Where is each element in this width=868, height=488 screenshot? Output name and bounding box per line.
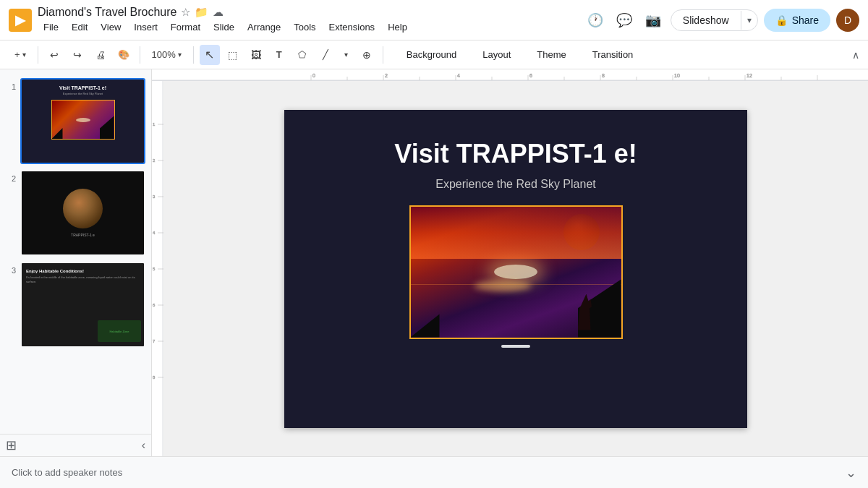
planet-image <box>63 189 103 228</box>
svg-text:12: 12 <box>746 73 752 78</box>
svg-text:2: 2 <box>385 73 388 78</box>
toolbar-divider-4 <box>383 46 383 64</box>
canvas-title: Visit TRAPPIST-1 e! <box>394 139 637 169</box>
slide1-bg <box>52 100 114 139</box>
habitable-zone-label: Habitable Zone <box>109 330 129 333</box>
title-bar: ▶ Diamond's Travel Brochure ☆ 📁 ☁ File E… <box>0 0 868 40</box>
menu-format[interactable]: Format <box>165 20 206 34</box>
select-tool[interactable]: ↖ <box>200 45 220 65</box>
new-dropdown-icon: ▾ <box>22 51 26 59</box>
menu-tools[interactable]: Tools <box>288 20 321 34</box>
slide1-subtitle: Experience the Red Sky Planet <box>63 92 103 95</box>
title-section: Diamond's Travel Brochure ☆ 📁 ☁ File Edi… <box>38 6 578 34</box>
svg-text:4: 4 <box>457 73 460 78</box>
silhouette-right <box>100 114 114 139</box>
menu-insert[interactable]: Insert <box>128 20 163 34</box>
line-tool[interactable]: ╱ <box>315 45 336 65</box>
shape2-tool[interactable]: ⬠ <box>292 45 312 65</box>
zoom-button[interactable]: 100% ▾ <box>146 45 187 65</box>
text-tool[interactable]: T <box>269 45 289 65</box>
canvas-subtitle: Experience the Red Sky Planet <box>435 178 595 191</box>
image-tool[interactable]: 🖼 <box>246 45 266 65</box>
folder-icon[interactable]: 📁 <box>195 6 208 19</box>
zoom-dropdown-icon: ▾ <box>178 51 182 59</box>
svg-text:8: 8 <box>602 73 605 78</box>
slide1-content: Visit TRAPPIST-1 e! Experience the Red S… <box>22 80 144 163</box>
slide-item-3[interactable]: 3 Enjoy Habitable Conditions! It's locat… <box>0 259 151 351</box>
slideshow-dropdown-arrow[interactable]: ▾ <box>741 11 757 30</box>
toolbar-right: ∧ <box>852 48 859 61</box>
slide-item-2[interactable]: 2 TRAPPIST-1 e <box>0 167 151 259</box>
canvas-row: 1 2 3 4 5 6 7 8 Visit TRAPPIST-1 e! Expe… <box>152 81 868 456</box>
redo-button[interactable]: ↪ <box>67 45 88 65</box>
share-label: Share <box>792 14 819 26</box>
shape-tool[interactable]: ⬚ <box>223 45 243 65</box>
canvas-image-bg <box>411 207 621 338</box>
new-icon: + <box>14 49 20 60</box>
app-icon[interactable]: ▶ <box>9 9 32 32</box>
slide-thumb-3[interactable]: Enjoy Habitable Conditions! It's located… <box>20 262 145 348</box>
slide3-text: It's located in the middle of the habita… <box>26 275 140 283</box>
slideshow-label: Slideshow <box>671 10 741 30</box>
panel-collapse-icon[interactable]: ‹ <box>142 439 145 452</box>
paint-format-button[interactable]: 🎨 <box>114 45 134 65</box>
history-button[interactable]: 🕐 <box>584 9 607 32</box>
new-button[interactable]: + ▾ <box>9 45 32 65</box>
speaker-notes-hint[interactable]: Click to add speaker notes <box>12 467 846 478</box>
print-button[interactable]: 🖨 <box>90 45 111 65</box>
canvas-area[interactable]: Visit TRAPPIST-1 e! Experience the Red S… <box>163 81 868 456</box>
slide1-image <box>51 100 115 140</box>
tab-theme[interactable]: Theme <box>525 46 577 63</box>
ruler-horizontal: 0 2 4 6 8 10 12 <box>152 69 868 81</box>
share-button[interactable]: 🔒 Share <box>764 9 830 32</box>
collapse-toolbar-icon[interactable]: ∧ <box>852 49 859 61</box>
svg-text:10: 10 <box>674 73 680 78</box>
svg-rect-0 <box>152 69 868 81</box>
slide-format-tabs: Background Layout Theme Transition <box>395 46 645 63</box>
menu-slide[interactable]: Slide <box>208 20 240 34</box>
ruler-v-marks: 1 2 3 4 5 6 7 8 <box>152 81 163 456</box>
slide-thumb-1[interactable]: Visit TRAPPIST-1 e! Experience the Red S… <box>20 78 145 164</box>
slide-canvas[interactable]: Visit TRAPPIST-1 e! Experience the Red S… <box>284 110 747 428</box>
main-content: 1 Visit TRAPPIST-1 e! Experience the Red… <box>0 69 868 456</box>
menu-view[interactable]: View <box>95 20 127 34</box>
grid-view-icon[interactable]: ⊞ <box>6 437 17 453</box>
undo-button[interactable]: ↩ <box>44 45 64 65</box>
slide3-title: Enjoy Habitable Conditions! <box>26 269 84 273</box>
svg-text:6: 6 <box>529 73 532 78</box>
star-icon[interactable]: ☆ <box>181 6 190 19</box>
slide-item-1[interactable]: 1 Visit TRAPPIST-1 e! Experience the Red… <box>0 75 151 167</box>
ruler-vertical: 1 2 3 4 5 6 7 8 <box>152 81 163 456</box>
comment-button[interactable]: 💬 <box>613 9 636 32</box>
slide-number-2: 2 <box>6 174 16 183</box>
title-icons: ☆ 📁 ☁ <box>181 6 224 19</box>
slides-list: 1 Visit TRAPPIST-1 e! Experience the Red… <box>0 69 151 434</box>
tab-transition[interactable]: Transition <box>581 46 645 63</box>
tab-layout[interactable]: Layout <box>471 46 522 63</box>
toolbar: + ▾ ↩ ↪ 🖨 🎨 100% ▾ ↖ ⬚ 🖼 T ⬠ ╱ ▾ ⊕ Backg… <box>0 40 868 69</box>
user-avatar[interactable]: D <box>836 9 859 32</box>
scroll-down-icon[interactable]: ⌄ <box>846 465 856 481</box>
slide-thumb-2[interactable]: TRAPPIST-1 e <box>20 170 145 256</box>
menu-extensions[interactable]: Extensions <box>323 20 381 34</box>
menu-arrange[interactable]: Arrange <box>242 20 286 34</box>
zoom-level: 100% <box>152 49 176 60</box>
menu-bar: File Edit View Insert Format Slide Arran… <box>38 20 578 34</box>
camera-button[interactable]: 📷 <box>642 9 665 32</box>
menu-help[interactable]: Help <box>382 20 413 34</box>
line-dropdown[interactable]: ▾ <box>339 45 354 65</box>
slideshow-button[interactable]: Slideshow ▾ <box>671 9 758 31</box>
more-tool[interactable]: ⊕ <box>357 45 377 65</box>
slide-number-3: 3 <box>6 266 16 275</box>
canvas-main-image[interactable] <box>409 205 623 339</box>
tab-background[interactable]: Background <box>395 46 468 63</box>
menu-file[interactable]: File <box>38 20 64 34</box>
slides-panel: 1 Visit TRAPPIST-1 e! Experience the Red… <box>0 69 152 456</box>
slide2-label: TRAPPIST-1 e <box>71 233 95 237</box>
central-glow <box>494 265 537 279</box>
doc-title-row: Diamond's Travel Brochure ☆ 📁 ☁ <box>38 6 578 19</box>
line-dropdown-icon: ▾ <box>344 51 348 59</box>
cloud-icon[interactable]: ☁ <box>213 6 224 19</box>
menu-edit[interactable]: Edit <box>66 20 93 34</box>
toolbar-divider-1 <box>38 46 38 64</box>
